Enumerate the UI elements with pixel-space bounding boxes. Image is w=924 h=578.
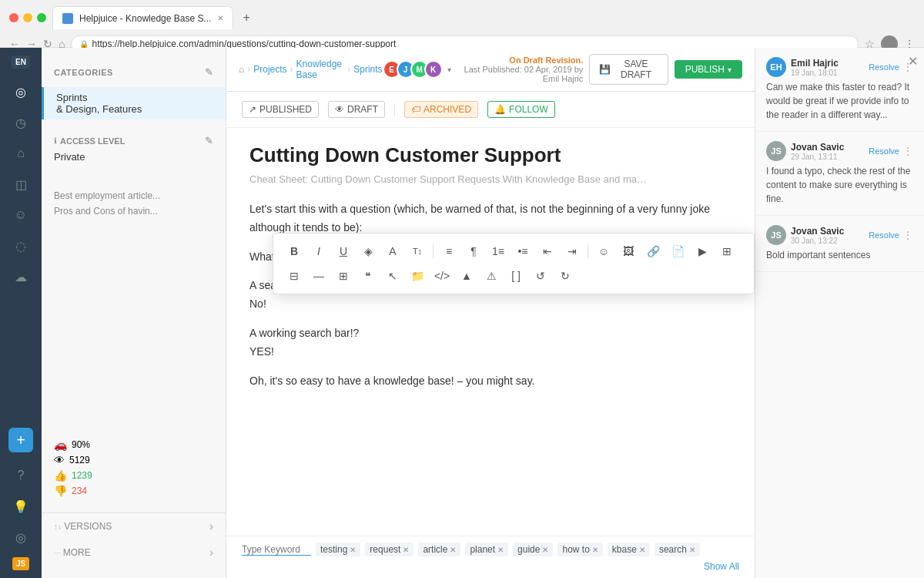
comments-close-button[interactable]: ✕ xyxy=(908,54,918,69)
toolbar-divider[interactable]: — xyxy=(307,264,330,287)
toolbar-text-size[interactable]: T↕ xyxy=(406,240,429,263)
follow-badge[interactable]: 🔔 FOLLOW xyxy=(487,101,555,118)
tag-article: article ✕ xyxy=(418,543,460,556)
toolbar-align-left[interactable]: ≡ xyxy=(437,240,460,263)
tag-search-close[interactable]: ✕ xyxy=(689,546,695,554)
breadcrumb-knowledge-base[interactable]: Knowledge Base xyxy=(296,59,345,80)
toolbar-image[interactable]: 🖼 xyxy=(617,240,640,263)
toolbar-redo[interactable]: ↻ xyxy=(554,264,577,287)
new-tab-button[interactable]: + xyxy=(243,11,249,25)
versions-section[interactable]: ↑↓ VERSIONS › xyxy=(42,512,226,539)
comment-3-more[interactable]: ⋮ xyxy=(902,229,913,241)
sidebar-icon-home[interactable]: ⌂ xyxy=(7,139,35,167)
access-edit-icon[interactable]: ✎ xyxy=(205,135,213,146)
comment-2: JS Jovan Savic 29 Jan, 13:11 Resolve ⋮ I… xyxy=(755,132,924,216)
breadcrumb-projects[interactable]: Projects xyxy=(253,64,286,75)
breadcrumb-home-icon[interactable]: ⌂ xyxy=(239,64,244,75)
toolbar-video[interactable]: ▶ xyxy=(691,240,714,263)
article-body[interactable]: Let's start this with a question (which,… xyxy=(249,200,732,390)
sidebar-icon-circle[interactable]: ◌ xyxy=(7,232,35,260)
toolbar-font-color[interactable]: A xyxy=(381,240,404,263)
toolbar-link[interactable]: 🔗 xyxy=(641,240,665,263)
toolbar-underline[interactable]: U xyxy=(332,240,355,263)
toolbar-table[interactable]: ⊞ xyxy=(332,264,355,287)
comment-3-resolve[interactable]: Resolve xyxy=(869,230,899,240)
sidebar-icon-users[interactable]: ☺ xyxy=(7,201,35,229)
close-window-button[interactable] xyxy=(9,13,18,22)
toolbar-indent[interactable]: ⇥ xyxy=(561,240,584,263)
categories-edit-icon[interactable]: ✎ xyxy=(205,66,213,78)
add-new-button[interactable]: + xyxy=(8,428,33,452)
last-published: Last Published: 02 Apr, 2019 by Emil Haj… xyxy=(451,65,584,83)
toolbar-file[interactable]: 📄 xyxy=(666,240,689,263)
keyword-input[interactable] xyxy=(242,544,311,556)
toolbar-callout[interactable]: ↖ xyxy=(381,264,404,287)
related-article-1[interactable]: Best employment article... xyxy=(54,188,213,203)
related-article-2[interactable]: Pros and Cons of havin... xyxy=(54,203,213,219)
browser-tab[interactable]: Helpjuice - Knowledge Base S... ✕ xyxy=(52,6,233,29)
comment-2-more[interactable]: ⋮ xyxy=(902,145,913,157)
language-badge[interactable]: EN xyxy=(12,55,30,69)
toolbar-italic[interactable]: I xyxy=(307,240,330,263)
toolbar-brackets[interactable]: [ ] xyxy=(504,264,527,287)
tag-guide-close[interactable]: ✕ xyxy=(542,546,548,554)
more-section[interactable]: ··· MORE › xyxy=(42,539,226,566)
article-header: ↗ PUBLISHED 👁 DRAFT 🏷 ARCHIVED 🔔 FOLLOW xyxy=(226,92,755,128)
toolbar-puzzle[interactable]: ⊟ xyxy=(283,264,306,287)
js-badge[interactable]: JS xyxy=(12,557,29,570)
sidebar-icon-analytics[interactable]: ◎ xyxy=(7,78,35,106)
tab-close-button[interactable]: ✕ xyxy=(217,14,223,22)
body-para-4: A working search bar!?YES! xyxy=(249,324,732,361)
article-title: Cutting Down Customer Support xyxy=(249,143,732,167)
tag-testing-close[interactable]: ✕ xyxy=(350,546,356,554)
toolbar-bold[interactable]: B xyxy=(283,240,306,263)
published-badge[interactable]: ↗ PUBLISHED xyxy=(242,101,319,118)
sidebar-icon-cloud[interactable]: ☁ xyxy=(7,263,35,291)
archived-badge[interactable]: 🏷 ARCHIVED xyxy=(404,101,478,118)
toolbar-alert[interactable]: ⚠ xyxy=(480,264,503,287)
maximize-window-button[interactable] xyxy=(37,13,46,22)
save-icon: 💾 xyxy=(599,64,611,75)
tag-article-close[interactable]: ✕ xyxy=(450,546,456,554)
toolbar-folder[interactable]: 📁 xyxy=(406,264,429,287)
editor-content[interactable]: Cutting Down Customer Support Cheat Shee… xyxy=(226,128,755,536)
save-draft-button[interactable]: 💾 SAVE DRAFT xyxy=(589,54,668,85)
comment-1-resolve[interactable]: Resolve xyxy=(869,62,899,72)
sidebar-icon-help[interactable]: ? xyxy=(7,462,35,489)
tag-kbase-close[interactable]: ✕ xyxy=(639,546,645,554)
publish-button[interactable]: PUBLISH ▾ xyxy=(675,60,742,79)
minimize-window-button[interactable] xyxy=(23,13,32,22)
tag-request-close[interactable]: ✕ xyxy=(403,546,409,554)
toolbar-highlight[interactable]: ◈ xyxy=(357,240,380,263)
show-all-tags[interactable]: Show All xyxy=(704,561,739,572)
sidebar-icon-clock[interactable]: ◷ xyxy=(7,109,35,136)
toolbar-paragraph[interactable]: ¶ xyxy=(462,240,485,263)
draft-badge[interactable]: 👁 DRAFT xyxy=(328,101,385,118)
toolbar-ordered-list[interactable]: 1≡ xyxy=(487,240,510,263)
toolbar-emoji[interactable]: ☺ xyxy=(592,240,615,263)
toolbar-undo[interactable]: ↺ xyxy=(529,264,552,287)
comment-1-time: 19 Jan, 18:01 xyxy=(791,69,839,77)
breadcrumb-sprints[interactable]: Sprints xyxy=(353,64,382,75)
category-item-sprints[interactable]: Sprints& Design, Features xyxy=(42,87,226,119)
comment-2-resolve[interactable]: Resolve xyxy=(869,146,899,156)
toolbar-code[interactable]: </> xyxy=(430,264,454,287)
tag-planet: planet ✕ xyxy=(465,543,508,556)
toolbar-snippet[interactable]: ▲ xyxy=(455,264,478,287)
toolbar-outdent[interactable]: ⇤ xyxy=(536,240,559,263)
publish-dropdown-arrow[interactable]: ▾ xyxy=(728,66,732,74)
tag-testing: testing ✕ xyxy=(316,543,360,556)
tags-bar: testing ✕ request ✕ article ✕ planet ✕ g… xyxy=(226,536,755,578)
content-panel: CATEGORIES ✎ Sprints& Design, Features ℹ… xyxy=(42,48,226,578)
tab-title: Helpjuice - Knowledge Base S... xyxy=(79,13,211,24)
tag-planet-close[interactable]: ✕ xyxy=(497,546,504,554)
tag-howto-close[interactable]: ✕ xyxy=(592,546,598,554)
comment-3-text: Bold important sentences xyxy=(766,248,913,262)
sidebar-icon-idea[interactable]: 💡 xyxy=(7,492,35,520)
sidebar-icon-stats[interactable]: ◫ xyxy=(7,170,35,198)
sidebar-icon-globe[interactable]: ◎ xyxy=(7,523,35,551)
window-controls xyxy=(9,13,46,22)
toolbar-widget[interactable]: ⊞ xyxy=(715,240,738,263)
toolbar-quote[interactable]: ❝ xyxy=(357,264,380,287)
toolbar-unordered-list[interactable]: •≡ xyxy=(511,240,534,263)
